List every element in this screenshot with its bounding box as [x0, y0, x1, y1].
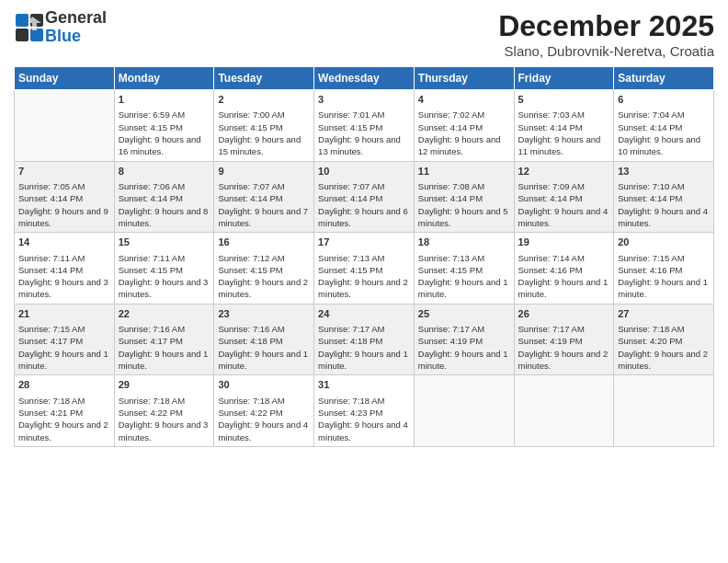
sunrise-label: Sunrise: 7:05 AM [18, 181, 85, 191]
sunrise-label: Sunrise: 6:59 AM [119, 109, 185, 120]
svg-rect-2 [16, 29, 28, 41]
calendar-day-cell: 11 Sunrise: 7:08 AM Sunset: 4:14 PM Dayl… [414, 161, 514, 233]
day-number: 28 [18, 378, 110, 392]
calendar-day-cell: 2 Sunrise: 7:00 AM Sunset: 4:15 PM Dayli… [214, 90, 314, 162]
calendar-table: SundayMondayTuesdayWednesdayThursdayFrid… [14, 66, 714, 447]
sunrise-label: Sunrise: 7:16 AM [218, 324, 284, 334]
calendar-day-cell: 16 Sunrise: 7:12 AM Sunset: 4:15 PM Dayl… [214, 233, 314, 304]
day-number: 30 [218, 378, 310, 392]
sunrise-label: Sunrise: 7:01 AM [318, 109, 384, 120]
weekday-header-row: SundayMondayTuesdayWednesdayThursdayFrid… [15, 67, 714, 90]
daylight-label: Daylight: 9 hours and 11 minutes. [518, 134, 601, 156]
daylight-label: Daylight: 9 hours and 16 minutes. [119, 134, 201, 156]
calendar-day-cell: 8 Sunrise: 7:06 AM Sunset: 4:14 PM Dayli… [114, 161, 214, 233]
sunset-label: Sunset: 4:21 PM [18, 408, 83, 418]
weekday-header-thursday: Thursday [414, 67, 514, 90]
calendar-week-row: 7 Sunrise: 7:05 AM Sunset: 4:14 PM Dayli… [15, 161, 714, 233]
calendar-day-cell [514, 375, 614, 447]
sunset-label: Sunset: 4:22 PM [119, 408, 183, 418]
daylight-label: Daylight: 9 hours and 6 minutes. [318, 206, 408, 228]
sunset-label: Sunset: 4:14 PM [418, 122, 483, 132]
header: General Blue December 2025 Slano, Dubrov… [14, 9, 714, 59]
weekday-header-tuesday: Tuesday [214, 67, 314, 90]
sunrise-label: Sunrise: 7:13 AM [418, 253, 484, 263]
sunset-label: Sunset: 4:16 PM [518, 265, 583, 275]
calendar-day-cell [614, 375, 714, 447]
sunrise-label: Sunrise: 7:15 AM [18, 324, 85, 334]
sunrise-label: Sunrise: 7:11 AM [18, 253, 85, 263]
sunrise-label: Sunrise: 7:18 AM [318, 396, 384, 406]
day-number: 21 [18, 307, 110, 321]
sunrise-label: Sunrise: 7:14 AM [518, 253, 585, 263]
day-number: 13 [618, 165, 710, 178]
sunset-label: Sunset: 4:17 PM [18, 336, 83, 346]
daylight-label: Daylight: 9 hours and 3 minutes. [119, 419, 209, 442]
daylight-label: Daylight: 9 hours and 10 minutes. [618, 134, 700, 156]
sunset-label: Sunset: 4:18 PM [318, 336, 382, 346]
day-number: 24 [318, 307, 410, 321]
logo-text: General Blue [45, 9, 107, 46]
sunset-label: Sunset: 4:14 PM [518, 193, 583, 203]
daylight-label: Daylight: 9 hours and 8 minutes. [119, 206, 209, 228]
day-number: 11 [418, 165, 510, 178]
calendar-day-cell [414, 375, 514, 447]
calendar-day-cell: 13 Sunrise: 7:10 AM Sunset: 4:14 PM Dayl… [614, 161, 714, 233]
calendar-day-cell: 25 Sunrise: 7:17 AM Sunset: 4:19 PM Dayl… [414, 304, 514, 375]
sunset-label: Sunset: 4:19 PM [518, 336, 583, 346]
weekday-header-saturday: Saturday [614, 67, 714, 90]
daylight-label: Daylight: 9 hours and 1 minute. [618, 277, 708, 299]
sunset-label: Sunset: 4:23 PM [318, 408, 382, 418]
calendar-day-cell: 4 Sunrise: 7:02 AM Sunset: 4:14 PM Dayli… [414, 90, 514, 162]
sunrise-label: Sunrise: 7:12 AM [218, 253, 284, 263]
calendar-day-cell: 30 Sunrise: 7:18 AM Sunset: 4:22 PM Dayl… [214, 375, 314, 447]
sunrise-label: Sunrise: 7:13 AM [318, 253, 384, 263]
daylight-label: Daylight: 9 hours and 3 minutes. [119, 277, 209, 299]
logo-icon [14, 12, 45, 43]
daylight-label: Daylight: 9 hours and 1 minute. [119, 349, 209, 371]
weekday-header-sunday: Sunday [15, 67, 115, 90]
calendar-day-cell: 24 Sunrise: 7:17 AM Sunset: 4:18 PM Dayl… [314, 304, 415, 375]
sunrise-label: Sunrise: 7:07 AM [218, 181, 284, 191]
title-section: December 2025 Slano, Dubrovnik-Neretva, … [498, 9, 714, 59]
weekday-header-monday: Monday [114, 67, 214, 90]
daylight-label: Daylight: 9 hours and 4 minutes. [618, 206, 708, 228]
sunrise-label: Sunrise: 7:17 AM [318, 324, 384, 334]
sunrise-label: Sunrise: 7:07 AM [318, 181, 384, 191]
calendar-week-row: 1 Sunrise: 6:59 AM Sunset: 4:15 PM Dayli… [15, 90, 714, 162]
location: Slano, Dubrovnik-Neretva, Croatia [498, 43, 714, 59]
daylight-label: Daylight: 9 hours and 2 minutes. [518, 349, 609, 371]
calendar-day-cell [15, 90, 115, 162]
sunrise-label: Sunrise: 7:17 AM [418, 324, 484, 334]
sunset-label: Sunset: 4:15 PM [119, 265, 183, 275]
day-number: 19 [518, 236, 610, 249]
sunrise-label: Sunrise: 7:08 AM [418, 181, 484, 191]
calendar-day-cell: 17 Sunrise: 7:13 AM Sunset: 4:15 PM Dayl… [314, 233, 415, 304]
day-number: 27 [618, 307, 710, 321]
weekday-header-wednesday: Wednesday [314, 67, 415, 90]
daylight-label: Daylight: 9 hours and 1 minute. [218, 349, 308, 371]
sunrise-label: Sunrise: 7:18 AM [218, 396, 284, 406]
day-number: 2 [218, 93, 310, 107]
day-number: 23 [218, 307, 310, 321]
daylight-label: Daylight: 9 hours and 2 minutes. [618, 349, 708, 371]
calendar-day-cell: 14 Sunrise: 7:11 AM Sunset: 4:14 PM Dayl… [15, 233, 115, 304]
logo-blue: Blue [45, 27, 81, 45]
svg-rect-0 [16, 14, 28, 27]
sunset-label: Sunset: 4:14 PM [119, 193, 183, 203]
daylight-label: Daylight: 9 hours and 2 minutes. [318, 277, 408, 299]
day-number: 9 [218, 165, 310, 178]
calendar-day-cell: 1 Sunrise: 6:59 AM Sunset: 4:15 PM Dayli… [114, 90, 214, 162]
day-number: 8 [119, 165, 210, 178]
day-number: 5 [518, 93, 610, 107]
day-number: 16 [218, 236, 310, 249]
day-number: 31 [318, 378, 410, 392]
calendar-day-cell: 10 Sunrise: 7:07 AM Sunset: 4:14 PM Dayl… [314, 161, 415, 233]
calendar-day-cell: 29 Sunrise: 7:18 AM Sunset: 4:22 PM Dayl… [114, 375, 214, 447]
calendar-day-cell: 15 Sunrise: 7:11 AM Sunset: 4:15 PM Dayl… [114, 233, 214, 304]
sunset-label: Sunset: 4:14 PM [18, 193, 83, 203]
calendar-day-cell: 5 Sunrise: 7:03 AM Sunset: 4:14 PM Dayli… [514, 90, 614, 162]
calendar-day-cell: 21 Sunrise: 7:15 AM Sunset: 4:17 PM Dayl… [15, 304, 115, 375]
sunrise-label: Sunrise: 7:18 AM [119, 396, 185, 406]
sunset-label: Sunset: 4:15 PM [318, 265, 382, 275]
sunrise-label: Sunrise: 7:06 AM [119, 181, 185, 191]
